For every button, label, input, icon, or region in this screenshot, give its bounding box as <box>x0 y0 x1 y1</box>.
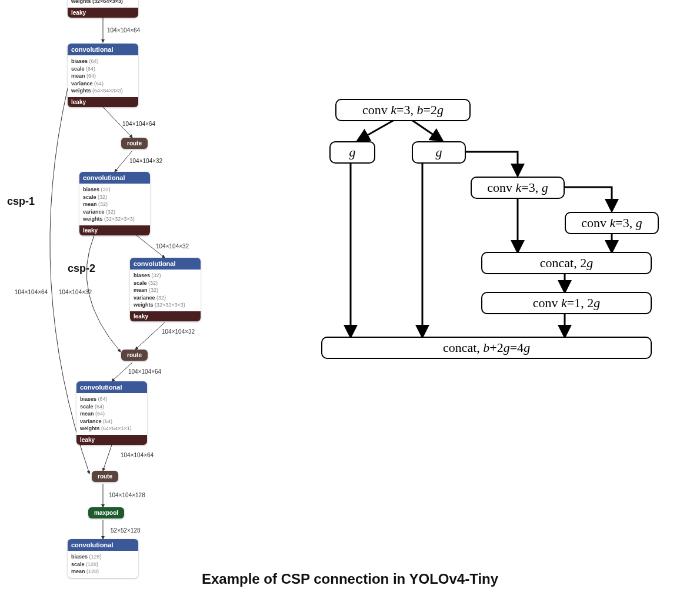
edge-2: 104×104×32 <box>129 158 162 164</box>
edge-8: 52×52×128 <box>111 527 141 534</box>
conv0-footer: leaky <box>68 8 138 18</box>
right-concat-2: concat, b+2g=4g <box>321 337 652 359</box>
route-2: route <box>121 350 148 361</box>
edge-4: 104×104×32 <box>162 328 195 335</box>
conv-block-3: convolutional biases (32) scale (32) mea… <box>130 258 201 321</box>
figure-caption: Example of CSP connection in YOLOv4-Tiny <box>0 571 700 587</box>
right-conv-a: conv k=3, g <box>471 177 565 199</box>
edge-3: 104×104×32 <box>156 243 189 250</box>
conv-block-0: weights (32×64×3×3) leaky <box>68 0 138 18</box>
conv1-footer: leaky <box>68 97 138 107</box>
route-3: route <box>92 471 118 482</box>
maxpool: maxpool <box>88 507 124 518</box>
conv1-header: convolutional <box>68 44 138 55</box>
conv5-header: convolutional <box>68 539 138 551</box>
right-conv-b: conv k=3, g <box>565 212 659 234</box>
svg-line-9 <box>359 120 394 140</box>
csp2-label: csp-2 <box>68 262 95 275</box>
conv2-header: convolutional <box>79 172 150 184</box>
conv3-footer: leaky <box>130 311 201 321</box>
edge-5: 104×104×64 <box>128 368 161 375</box>
edge-7: 104×104×128 <box>109 492 145 498</box>
edge-csp1: 104×104×64 <box>15 289 48 295</box>
svg-line-6 <box>103 445 112 471</box>
conv-block-2: convolutional biases (32) scale (32) mea… <box>79 172 150 235</box>
left-diagram: weights (32×64×3×3) leaky 104×104×64 con… <box>0 0 271 565</box>
svg-line-10 <box>412 120 441 140</box>
right-g2: g <box>412 141 466 164</box>
conv4-footer: leaky <box>76 435 147 445</box>
csp1-label: csp-1 <box>7 195 35 208</box>
right-g1: g <box>329 141 375 164</box>
edge-6: 104×104×64 <box>121 452 154 458</box>
conv0-weights: weights (32×64×3×3) <box>71 0 123 4</box>
conv2-footer: leaky <box>79 225 150 235</box>
svg-line-4 <box>135 322 165 350</box>
edge-0: 104×104×64 <box>107 27 140 34</box>
route-1: route <box>121 138 148 149</box>
right-top-conv: conv k=3, b=2g <box>335 99 471 121</box>
right-diagram: conv k=3, b=2g g g conv k=3, g conv k=3,… <box>318 94 694 400</box>
conv4-header: convolutional <box>76 381 147 393</box>
right-concat-1: concat, 2g <box>481 252 652 274</box>
conv3-header: convolutional <box>130 258 201 270</box>
conv-block-1: convolutional biases biases (64)(64) sca… <box>68 44 138 107</box>
edge-1: 104×104×64 <box>122 121 155 127</box>
conv-block-4: convolutional biases (64) scale (64) mea… <box>76 381 147 445</box>
right-conv-c: conv k=1, 2g <box>481 292 652 314</box>
edge-csp2: 104×104×32 <box>59 289 92 295</box>
